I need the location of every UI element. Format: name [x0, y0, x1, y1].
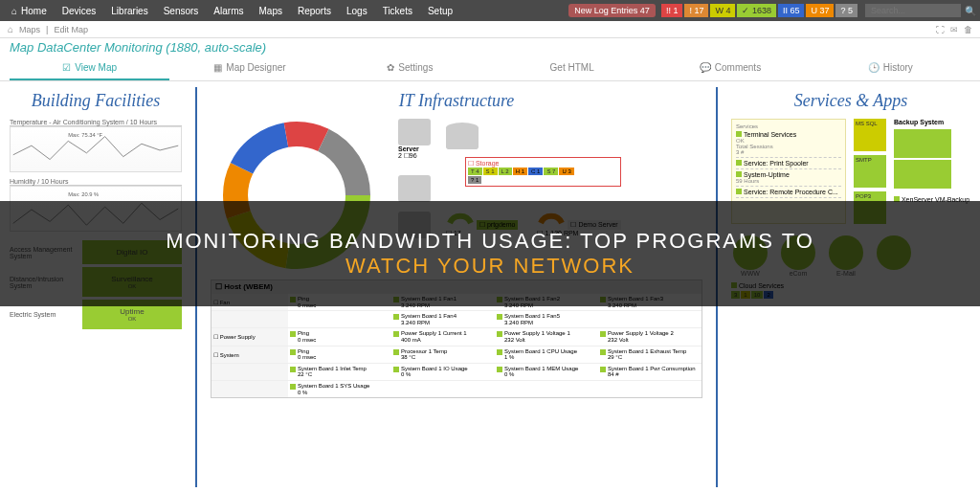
service-item[interactable]: Service: Print Spooler: [736, 158, 841, 169]
host-cell[interactable]: Power Supply 1 Voltage 2232 Volt: [598, 327, 702, 345]
nav-item-tickets[interactable]: Tickets: [375, 0, 420, 21]
server-icon: [398, 119, 431, 145]
mail-icon[interactable]: ✉: [950, 25, 958, 34]
svg-text:Max: 20.9 %: Max: 20.9 %: [68, 191, 99, 197]
rack-icon: [398, 175, 431, 202]
database-icon: [446, 123, 479, 149]
nav-item-logs[interactable]: Logs: [339, 0, 375, 21]
host-cell[interactable]: System Board 1 SYS Usage0 %: [288, 380, 391, 397]
status-badge[interactable]: ✓ 1638: [737, 4, 776, 17]
status-badge[interactable]: II 65: [778, 4, 805, 17]
host-row-label: ☐ Power Supply: [212, 327, 288, 345]
chart-label: Humidity / 10 Hours: [10, 178, 182, 186]
service-tile[interactable]: MS SQL: [854, 119, 886, 151]
status-badge[interactable]: U 37: [806, 4, 834, 17]
status-badge[interactable]: ! 17: [684, 4, 708, 17]
status-badge[interactable]: W 4: [710, 4, 735, 17]
status-badge[interactable]: !! 1: [661, 4, 683, 17]
page-title: Map DataCenter Monitoring (1880, auto-sc…: [0, 38, 980, 56]
overlay-line2: WATCH YOUR NETWORK: [345, 254, 635, 279]
tab-bar: ☑View Map▦Map Designer✿SettingsGet HTML💬…: [0, 56, 980, 81]
host-cell[interactable]: [391, 380, 495, 397]
service-item[interactable]: System-Uptime59 Hours: [736, 169, 841, 187]
section-title-infra: IT Infrastructure: [211, 91, 702, 111]
tab-history[interactable]: 🕒History: [811, 56, 970, 80]
host-cell[interactable]: System Board 1 Fan43.240 RPM: [391, 310, 495, 327]
service-tile[interactable]: SMTP: [854, 155, 886, 188]
breadcrumb-item[interactable]: Maps: [19, 25, 40, 34]
server-widget[interactable]: Server 2 ☐96: [398, 119, 431, 160]
host-cell[interactable]: System Board 1 CPU Usage1 %: [495, 346, 598, 363]
home-icon[interactable]: ⌂: [8, 24, 13, 34]
host-cell[interactable]: [288, 310, 391, 327]
nav-item-home[interactable]: ⌂Home: [4, 0, 55, 21]
breadcrumb: ⌂ Maps | Edit Map ⛶ ✉ 🗑: [0, 21, 980, 38]
expand-icon[interactable]: ⛶: [936, 25, 945, 34]
host-row-label: [212, 363, 288, 380]
status-badges: !! 1! 17W 4✓ 1638II 65U 37? 5: [661, 4, 858, 17]
temperature-chart: Max: 75.34 °F: [10, 126, 182, 172]
nav-item-maps[interactable]: Maps: [251, 0, 289, 21]
top-nav: ⌂HomeDevicesLibrariesSensorsAlarmsMapsRe…: [0, 0, 980, 21]
log-entries-button[interactable]: New Log Entries 47: [568, 4, 656, 17]
nav-item-reports[interactable]: Reports: [290, 0, 339, 21]
host-cell[interactable]: Power Supply 1 Current 1400 mA: [391, 327, 495, 345]
service-item[interactable]: Service: Remote Procedure C...: [736, 187, 841, 198]
search-icon[interactable]: 🔍: [965, 6, 976, 16]
host-cell[interactable]: [598, 310, 702, 327]
delete-icon[interactable]: 🗑: [964, 25, 972, 34]
breadcrumb-item: Edit Map: [54, 25, 88, 34]
status-badge[interactable]: ? 5: [835, 4, 858, 17]
service-item[interactable]: Terminal ServicesOK Total Sessions 3 #: [736, 129, 841, 158]
host-cell[interactable]: System Board 1 Inlet Temp22 °C: [288, 363, 391, 380]
host-cell[interactable]: Processor 1 Temp38 °C: [391, 346, 495, 363]
host-cell[interactable]: System Board 1 Exhaust Temp29 °C: [598, 346, 702, 363]
overlay-line1: MONITORING BANDWIDTH USAGE: TOP PROGRAMS…: [166, 229, 814, 254]
tab-get-html[interactable]: Get HTML: [490, 56, 650, 80]
home-icon: ⌂: [11, 6, 17, 16]
host-row-label: ☐ System: [212, 346, 288, 363]
svg-text:Max: 75.34 °F: Max: 75.34 °F: [68, 132, 102, 138]
nav-item-alarms[interactable]: Alarms: [206, 0, 251, 21]
tab-map-designer[interactable]: ▦Map Designer: [169, 56, 329, 80]
host-cell[interactable]: [598, 380, 702, 397]
tab-comments[interactable]: 💬Comments: [650, 56, 810, 80]
host-row-label: [212, 380, 288, 397]
host-cell[interactable]: System Board 1 IO Usage0 %: [391, 363, 495, 380]
nav-item-libraries[interactable]: Libraries: [103, 0, 155, 21]
nav-item-devices[interactable]: Devices: [55, 0, 104, 21]
host-cell[interactable]: System Board 1 Fan53.240 RPM: [495, 310, 598, 327]
host-cell[interactable]: System Board 1 MEM Usage0 %: [495, 363, 598, 380]
nav-item-sensors[interactable]: Sensors: [156, 0, 207, 21]
host-cell[interactable]: Ping0 msec: [288, 346, 391, 363]
tab-settings[interactable]: ✿Settings: [330, 56, 490, 80]
section-title-services: Services & Apps: [731, 91, 970, 111]
overlay-banner: MONITORING BANDWIDTH USAGE: TOP PROGRAMS…: [0, 201, 980, 306]
search-input[interactable]: [865, 4, 961, 17]
section-title-facilities: Building Facilities: [10, 91, 182, 111]
host-cell[interactable]: System Board 1 Pwr Consumption84 #: [598, 363, 702, 380]
host-cell[interactable]: Ping0 msec: [288, 327, 391, 345]
chart-label: Temperature - Air Conditioning System / …: [10, 119, 182, 126]
host-cell[interactable]: Power Supply 1 Voltage 1232 Volt: [495, 327, 598, 345]
storage-widget[interactable]: ☐ Storage T 4S 1L 2H 1C 1S 7U 3? 1: [465, 157, 621, 187]
nav-item-setup[interactable]: Setup: [420, 0, 460, 21]
host-cell[interactable]: [495, 380, 598, 397]
tab-view-map[interactable]: ☑View Map: [10, 56, 169, 80]
host-row-label: [212, 310, 288, 327]
